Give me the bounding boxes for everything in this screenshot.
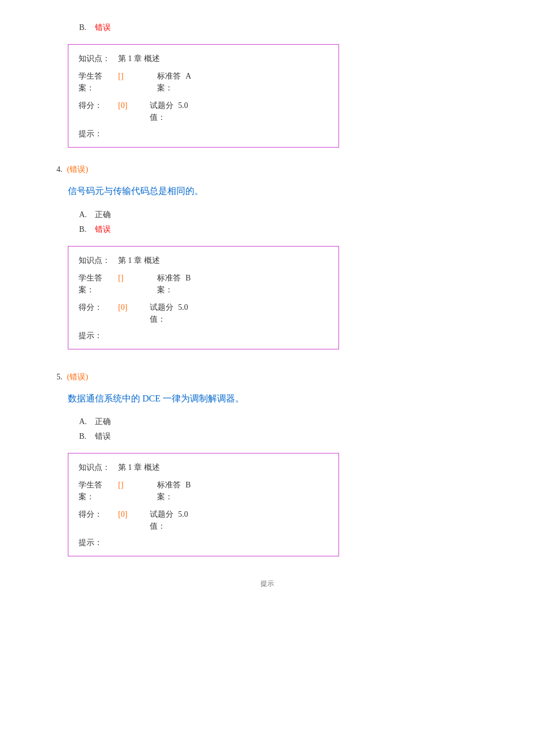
q4-score-label: 得分：	[79, 301, 118, 313]
top-qscore-label2: 值：	[150, 111, 178, 123]
question-5-header: 5. (错误)	[57, 372, 477, 382]
bottom-nav: 提示	[57, 579, 477, 589]
top-score-row: 得分： [0] 试题分 值： 5.0	[79, 100, 328, 123]
question-4-info-box: 知识点： 第 1 章 概述 学生答 案： [] 标准答 案： B 得分： [0]	[68, 246, 339, 349]
q4-qscore-label2: 值：	[150, 313, 178, 325]
q5-student-value: []	[118, 479, 123, 491]
q4-standard-label1: 标准答	[157, 272, 185, 284]
q5-student-label2: 案：	[79, 491, 118, 503]
question-5-option-b: B. 错误	[79, 431, 477, 442]
q4-tip-row: 提示：	[79, 331, 328, 341]
top-options-list: B. 错误	[79, 23, 477, 33]
bottom-nav-text: 提示	[261, 580, 274, 587]
question-5-options: A. 正确 B. 错误	[79, 417, 477, 442]
q5-score-value: [0]	[118, 508, 127, 520]
q4-tip-label: 提示：	[79, 331, 102, 340]
q5-answer-row: 学生答 案： [] 标准答 案： B	[79, 479, 328, 503]
top-score-value: [0]	[118, 100, 127, 111]
question-top-partial: B. 错误 知识点： 第 1 章 概述 学生答 案： [] 标准答 案： A	[57, 23, 477, 148]
q4-score-row: 得分： [0] 试题分 值： 5.0	[79, 301, 328, 325]
q4-answer-row: 学生答 案： [] 标准答 案： B	[79, 272, 328, 296]
top-student-value: []	[118, 70, 123, 82]
top-knowledge-row: 知识点： 第 1 章 概述	[79, 53, 328, 64]
question-4-options: A. 正确 B. 错误	[79, 210, 477, 235]
q5-option-a-label: A.	[79, 417, 90, 426]
top-option-b-item: B. 错误	[79, 23, 477, 33]
q4-qscore-value: 5.0	[178, 301, 188, 313]
q5-knowledge-row: 知识点： 第 1 章 概述	[79, 461, 328, 473]
top-knowledge-label: 知识点：	[79, 53, 118, 64]
q5-tip-row: 提示：	[79, 538, 328, 548]
q5-standard-value: B	[185, 479, 190, 491]
top-student-label2: 案：	[79, 82, 118, 94]
question-5-status: (错误)	[67, 372, 88, 382]
page-container: B. 错误 知识点： 第 1 章 概述 学生答 案： [] 标准答 案： A	[0, 0, 534, 611]
question-4-status: (错误)	[67, 165, 88, 175]
question-4-option-b: B. 错误	[79, 224, 477, 235]
q4-option-a-label: A.	[79, 210, 90, 219]
q4-score-value: [0]	[118, 301, 127, 313]
q5-score-row: 得分： [0] 试题分 值： 5.0	[79, 508, 328, 532]
q4-option-b-label: B.	[79, 225, 90, 234]
q4-standard-label2: 案：	[157, 284, 185, 296]
top-standard-label1: 标准答	[157, 70, 185, 82]
top-standard-label2: 案：	[157, 82, 185, 94]
question-4-text: 信号码元与传输代码总是相同的。	[68, 184, 477, 198]
q5-qscore-label1: 试题分	[150, 508, 178, 520]
question-5-option-a: A. 正确	[79, 417, 477, 427]
top-option-b-label: B.	[79, 23, 90, 32]
top-score-label: 得分：	[79, 100, 118, 111]
question-5-text: 数据通信系统中的 DCE 一律为调制解调器。	[68, 391, 477, 406]
q4-qscore-label1: 试题分	[150, 301, 178, 313]
question-4-option-a: A. 正确	[79, 210, 477, 220]
q5-standard-label1: 标准答	[157, 479, 185, 491]
q5-knowledge-label: 知识点：	[79, 461, 118, 473]
q4-knowledge-label: 知识点：	[79, 254, 118, 266]
top-standard-value: A	[185, 70, 191, 82]
question-4-number: 4.	[57, 165, 63, 174]
top-info-box: 知识点： 第 1 章 概述 学生答 案： [] 标准答 案： A 得分： [0]	[68, 44, 339, 148]
q4-standard-value: B	[185, 272, 190, 284]
q5-student-label1: 学生答	[79, 479, 118, 491]
question-4-header: 4. (错误)	[57, 165, 477, 175]
top-qscore-value: 5.0	[178, 100, 188, 111]
q5-score-label: 得分：	[79, 508, 118, 520]
top-student-label1: 学生答	[79, 70, 118, 82]
q4-option-a-text: 正确	[95, 210, 111, 220]
q4-option-b-text: 错误	[95, 224, 111, 235]
top-tip-label: 提示：	[79, 129, 102, 138]
q5-tip-label: 提示：	[79, 538, 102, 547]
q4-knowledge-row: 知识点： 第 1 章 概述	[79, 254, 328, 266]
question-5-number: 5.	[57, 373, 63, 382]
question-5: 5. (错误) 数据通信系统中的 DCE 一律为调制解调器。 A. 正确 B. …	[57, 372, 477, 557]
top-qscore-label1: 试题分	[150, 100, 178, 111]
question-4: 4. (错误) 信号码元与传输代码总是相同的。 A. 正确 B. 错误 知识点：…	[57, 165, 477, 349]
q5-qscore-value: 5.0	[178, 508, 188, 520]
q5-option-a-text: 正确	[95, 417, 111, 427]
q5-knowledge-value: 第 1 章 概述	[118, 461, 160, 473]
q4-knowledge-value: 第 1 章 概述	[118, 254, 160, 266]
top-answer-row: 学生答 案： [] 标准答 案： A	[79, 70, 328, 94]
q4-student-label1: 学生答	[79, 272, 118, 284]
q5-option-b-text: 错误	[95, 431, 111, 442]
q5-option-b-label: B.	[79, 432, 90, 441]
top-tip-row: 提示：	[79, 129, 328, 139]
q5-qscore-label2: 值：	[150, 520, 178, 532]
q4-student-label2: 案：	[79, 284, 118, 296]
q4-student-value: []	[118, 272, 123, 284]
top-option-b-text: 错误	[95, 23, 111, 33]
question-5-info-box: 知识点： 第 1 章 概述 学生答 案： [] 标准答 案： B 得分： [0]	[68, 453, 339, 556]
top-knowledge-value: 第 1 章 概述	[118, 53, 160, 64]
q5-standard-label2: 案：	[157, 491, 185, 503]
